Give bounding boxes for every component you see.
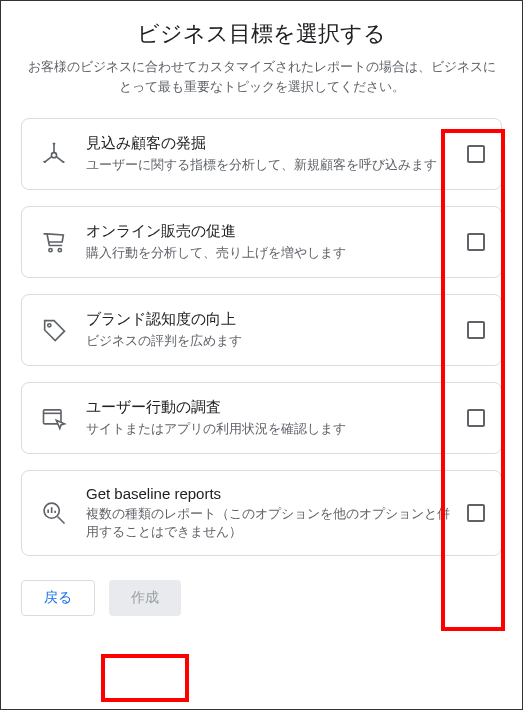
option-title: ユーザー行動の調査 — [86, 398, 455, 417]
footer-actions: 戻る 作成 — [1, 556, 522, 634]
page-subtitle: お客様のビジネスに合わせてカスタマイズされたレポートの場合は、ビジネスにとって最… — [21, 57, 502, 96]
option-title: Get baseline reports — [86, 485, 455, 502]
analytics-search-icon — [36, 495, 72, 531]
option-leads[interactable]: 見込み顧客の発掘 ユーザーに関する指標を分析して、新規顧客を呼び込みます — [21, 118, 502, 190]
option-brand[interactable]: ブランド認知度の向上 ビジネスの評判を広めます — [21, 294, 502, 366]
option-checkbox[interactable] — [467, 233, 485, 251]
option-title: オンライン販売の促進 — [86, 222, 455, 241]
form-container: ビジネス目標を選択する お客様のビジネスに合わせてカスタマイズされたレポートの場… — [1, 1, 522, 556]
highlight-create-button — [101, 654, 189, 702]
option-desc: 購入行動を分析して、売り上げを増やします — [86, 244, 455, 262]
option-text: ブランド認知度の向上 ビジネスの評判を広めます — [72, 310, 467, 350]
svg-point-3 — [48, 324, 51, 327]
tag-icon — [36, 312, 72, 348]
svg-point-1 — [49, 249, 52, 252]
option-checkbox[interactable] — [467, 321, 485, 339]
option-text: 見込み顧客の発掘 ユーザーに関する指標を分析して、新規顧客を呼び込みます — [72, 134, 467, 174]
option-checkbox[interactable] — [467, 504, 485, 522]
option-text: Get baseline reports 複数の種類のレポート（このオプションを… — [72, 485, 467, 541]
option-text: オンライン販売の促進 購入行動を分析して、売り上げを増やします — [72, 222, 467, 262]
option-checkbox[interactable] — [467, 145, 485, 163]
option-checkbox[interactable] — [467, 409, 485, 427]
option-desc: 複数の種類のレポート（このオプションを他のオプションと併用することはできません） — [86, 505, 455, 541]
option-behavior[interactable]: ユーザー行動の調査 サイトまたはアプリの利用状況を確認します — [21, 382, 502, 454]
cart-icon — [36, 224, 72, 260]
option-desc: ビジネスの評判を広めます — [86, 332, 455, 350]
option-text: ユーザー行動の調査 サイトまたはアプリの利用状況を確認します — [72, 398, 467, 438]
options-list: 見込み顧客の発掘 ユーザーに関する指標を分析して、新規顧客を呼び込みます オンラ… — [21, 118, 502, 556]
option-title: ブランド認知度の向上 — [86, 310, 455, 329]
option-baseline[interactable]: Get baseline reports 複数の種類のレポート（このオプションを… — [21, 470, 502, 556]
option-desc: サイトまたはアプリの利用状況を確認します — [86, 420, 455, 438]
svg-point-0 — [51, 153, 56, 158]
page-title: ビジネス目標を選択する — [21, 19, 502, 49]
back-button[interactable]: 戻る — [21, 580, 95, 616]
window-cursor-icon — [36, 400, 72, 436]
svg-point-2 — [58, 249, 61, 252]
option-title: 見込み顧客の発掘 — [86, 134, 455, 153]
create-button[interactable]: 作成 — [109, 580, 181, 616]
leads-icon — [36, 136, 72, 172]
option-sales[interactable]: オンライン販売の促進 購入行動を分析して、売り上げを増やします — [21, 206, 502, 278]
option-desc: ユーザーに関する指標を分析して、新規顧客を呼び込みます — [86, 156, 455, 174]
